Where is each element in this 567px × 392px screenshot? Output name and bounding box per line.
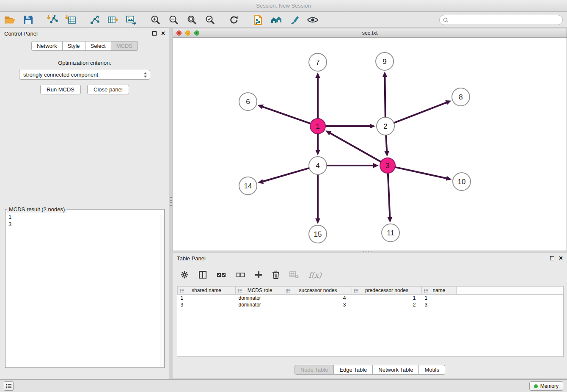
save-session-button[interactable] xyxy=(22,13,35,27)
column-type-icon xyxy=(286,288,291,294)
splitter-handle xyxy=(363,251,372,252)
graph-edge[interactable] xyxy=(394,167,448,178)
mcds-result-line: 1 xyxy=(8,213,161,221)
zoom-out-button[interactable] xyxy=(167,13,180,27)
tab-mcds[interactable]: MCDS xyxy=(111,41,138,51)
maximize-window-button[interactable]: + xyxy=(194,30,199,36)
network-window-title: scc.txt xyxy=(362,30,378,36)
network-window-titlebar[interactable]: × − + scc.txt xyxy=(173,28,567,38)
close-panel-icon[interactable]: × xyxy=(559,255,563,262)
graph-edge[interactable] xyxy=(261,106,311,124)
splitter-handle xyxy=(170,197,172,207)
refresh-layout-button[interactable] xyxy=(227,13,241,27)
graph-node-15[interactable]: 15 xyxy=(309,225,327,243)
svg-text:10: 10 xyxy=(458,178,466,186)
paste-network-button[interactable] xyxy=(251,13,265,27)
tab-motifs[interactable]: Motifs xyxy=(419,365,445,375)
graph-node-6[interactable]: 6 xyxy=(239,93,257,110)
tab-node-table[interactable]: Node Table xyxy=(295,365,334,375)
network-view-window: × − + scc.txt 7968124314101511 xyxy=(173,28,567,251)
table-panel-title: Table Panel xyxy=(177,255,206,262)
add-row-button[interactable] xyxy=(255,271,262,279)
svg-text:9: 9 xyxy=(383,58,386,66)
show-hide-graphics-button[interactable] xyxy=(306,13,319,27)
zoom-selected-button[interactable] xyxy=(203,13,217,27)
network-canvas[interactable]: 7968124314101511 xyxy=(173,38,567,251)
close-window-button[interactable]: × xyxy=(176,30,182,36)
checked-boxes-icon xyxy=(217,272,226,278)
memory-button[interactable]: Memory xyxy=(529,381,563,391)
show-column-button[interactable] xyxy=(198,271,207,279)
function-builder-button[interactable]: f(x) xyxy=(308,271,322,279)
graph-node-10[interactable]: 10 xyxy=(453,173,471,190)
column-header-successor_nodes[interactable]: successor nodes xyxy=(284,287,352,295)
optimization-criterion-dropdown[interactable]: strongly connected component xyxy=(19,70,150,80)
cell-shared_name: 3 xyxy=(178,301,236,308)
graph-edge[interactable] xyxy=(385,76,385,118)
graph-edge-arrowhead xyxy=(383,72,388,77)
import-network-button[interactable] xyxy=(46,13,59,27)
mcds-result-title: MCDS result (2 nodes) xyxy=(7,206,66,213)
control-panel: Control Panel × Network Style Select MCD… xyxy=(0,28,169,379)
panel-splitter-vertical[interactable] xyxy=(169,28,173,379)
network-overview-button[interactable] xyxy=(270,13,283,27)
svg-text:2: 2 xyxy=(383,122,387,130)
graph-node-9[interactable]: 9 xyxy=(376,52,394,70)
svg-text:14: 14 xyxy=(244,182,252,190)
close-panel-icon[interactable]: × xyxy=(161,30,165,37)
run-mcds-button[interactable]: Run MCDS xyxy=(40,85,81,94)
zoom-in-button[interactable] xyxy=(149,13,162,27)
table-row[interactable]: 1dominator411 xyxy=(178,295,563,301)
cell-name: 1 xyxy=(422,295,457,301)
graph-node-4[interactable]: 4 xyxy=(309,157,327,174)
close-panel-button[interactable]: Close panel xyxy=(87,85,129,94)
delete-table-button[interactable] xyxy=(289,271,299,279)
plus-icon xyxy=(255,271,262,279)
delete-row-button[interactable] xyxy=(272,271,280,279)
deselect-all-button[interactable] xyxy=(236,272,245,278)
float-panel-icon[interactable] xyxy=(152,31,157,36)
select-all-button[interactable] xyxy=(217,272,226,278)
task-history-button[interactable] xyxy=(4,381,14,391)
apply-style-button[interactable] xyxy=(288,13,301,27)
column-header-predecessor_nodes[interactable]: predecessor nodes xyxy=(352,287,422,295)
import-table-button[interactable] xyxy=(64,13,77,27)
export-network-button[interactable] xyxy=(88,13,102,27)
search-box[interactable] xyxy=(439,15,563,25)
export-image-button[interactable] xyxy=(124,13,138,27)
open-session-button[interactable] xyxy=(3,13,17,27)
search-input[interactable] xyxy=(451,17,559,23)
float-panel-icon[interactable] xyxy=(550,256,554,260)
graph-node-3[interactable]: 3 xyxy=(380,158,395,173)
mcds-result-list[interactable]: 1 3 xyxy=(6,213,164,229)
graph-node-14[interactable]: 14 xyxy=(239,177,257,195)
zoom-fit-button[interactable] xyxy=(185,13,198,27)
table-row[interactable]: 3dominator323 xyxy=(178,301,563,308)
tab-network[interactable]: Network xyxy=(31,41,63,51)
export-table-button[interactable] xyxy=(106,13,120,27)
graph-node-8[interactable]: 8 xyxy=(452,88,470,106)
graph-node-2[interactable]: 2 xyxy=(377,117,394,135)
graph-edge[interactable] xyxy=(262,168,310,182)
graph-edge[interactable] xyxy=(386,134,387,152)
graph-edge[interactable] xyxy=(329,133,382,162)
tab-network-table[interactable]: Network Table xyxy=(373,365,419,375)
result-scrollbar[interactable] xyxy=(160,215,164,367)
graph-node-1[interactable]: 1 xyxy=(310,119,325,134)
unchecked-boxes-icon xyxy=(236,272,245,278)
tab-select[interactable]: Select xyxy=(85,41,111,51)
minimize-window-button[interactable]: − xyxy=(185,30,190,36)
table-settings-button[interactable] xyxy=(180,271,189,279)
tab-style[interactable]: Style xyxy=(63,41,85,51)
graph-edge[interactable] xyxy=(393,102,448,123)
columns-icon xyxy=(198,271,207,279)
graph-edge[interactable] xyxy=(388,172,390,218)
column-header-name[interactable]: name xyxy=(422,287,457,295)
graph-node-11[interactable]: 11 xyxy=(382,224,399,242)
column-header-mcds_role[interactable]: MCDS role xyxy=(236,287,284,295)
graph-node-7[interactable]: 7 xyxy=(309,53,327,71)
list-icon xyxy=(6,384,12,389)
tab-edge-table[interactable]: Edge Table xyxy=(334,365,373,375)
zoom-selected-icon xyxy=(205,15,215,25)
column-header-shared_name[interactable]: shared name xyxy=(178,287,236,295)
